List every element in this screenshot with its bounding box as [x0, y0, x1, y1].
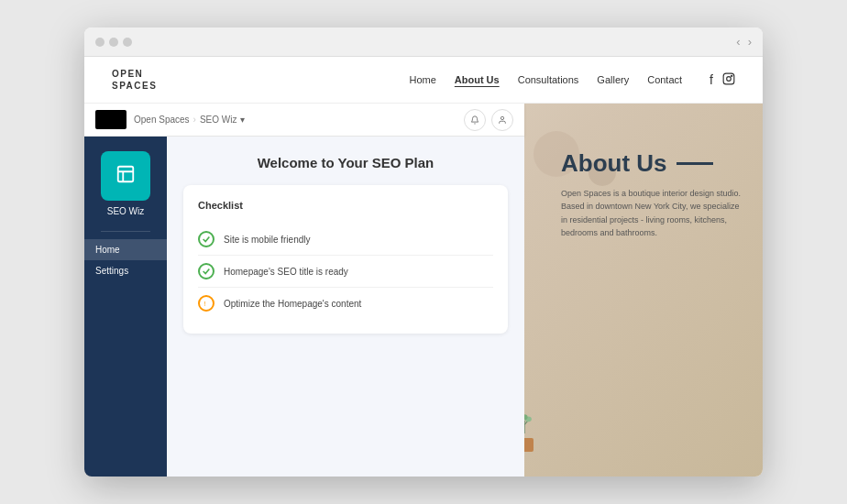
browser-back-arrow[interactable]: ‹ — [736, 35, 740, 49]
about-title: About Us — [561, 149, 744, 178]
nav-link-consultations[interactable]: Consultations — [518, 74, 579, 85]
site-body: About Us Open Spaces is a boutique inter… — [84, 104, 763, 477]
wix-content-panel: Welcome to Your SEO Plan Checklist — [167, 137, 524, 477]
nav-social-icons: f — [710, 72, 735, 88]
about-title-decoration — [676, 162, 713, 165]
sidebar-item-home[interactable]: Home — [84, 239, 167, 260]
browser-titlebar: ‹ › — [84, 27, 763, 57]
seo-wiz-icon — [116, 164, 136, 189]
browser-window: ‹ › OPEN SPACES Home About Us Consultati… — [84, 27, 763, 477]
notifications-button[interactable] — [464, 109, 486, 131]
check-success-icon-1 — [198, 263, 214, 279]
checklist-card: Checklist Site is mobile friendly — [183, 185, 508, 334]
check-warning-icon-2: ! — [198, 295, 214, 312]
checklist-item-text-0: Site is mobile friendly — [224, 235, 310, 245]
wix-overlay: WiX Open Spaces › SEO Wiz ▾ — [84, 104, 524, 477]
wix-breadcrumb-site: Open Spaces — [134, 115, 190, 125]
svg-rect-11 — [118, 166, 134, 181]
wix-main: SEO Wiz Home Settings Welcome to Your SE… — [84, 137, 524, 477]
svg-point-2 — [732, 75, 732, 76]
sidebar-item-settings[interactable]: Settings — [84, 260, 167, 281]
wix-topbar-icons — [464, 109, 513, 131]
checklist-item-0: Site is mobile friendly — [198, 224, 493, 256]
checklist-title: Checklist — [198, 200, 493, 211]
wix-breadcrumb-separator: › — [193, 115, 196, 125]
svg-rect-0 — [723, 73, 734, 84]
browser-traffic-lights — [95, 38, 132, 47]
browser-dot-maximize[interactable] — [123, 38, 132, 47]
wix-logo: WiX — [95, 110, 126, 129]
seo-wiz-sidebar-icon-box — [101, 151, 150, 201]
wix-breadcrumb: Open Spaces › SEO Wiz ▾ — [134, 115, 245, 125]
instagram-icon[interactable] — [722, 72, 735, 88]
site-nav: OPEN SPACES Home About Us Consultations … — [84, 57, 763, 104]
sidebar-divider — [101, 231, 150, 232]
browser-dot-minimize[interactable] — [109, 38, 118, 47]
svg-text:!: ! — [204, 300, 206, 308]
facebook-icon[interactable]: f — [710, 72, 713, 87]
wix-sidebar: SEO Wiz Home Settings — [84, 137, 167, 477]
nav-link-home[interactable]: Home — [409, 74, 435, 85]
site-logo: OPEN SPACES — [112, 68, 157, 92]
website-content: OPEN SPACES Home About Us Consultations … — [84, 57, 763, 477]
checklist-item-1: Homepage's SEO title is ready — [198, 256, 493, 288]
panel-title: Welcome to Your SEO Plan — [183, 155, 508, 170]
nav-link-gallery[interactable]: Gallery — [597, 74, 629, 85]
browser-forward-arrow[interactable]: › — [748, 35, 752, 49]
about-section: About Us Open Spaces is a boutique inter… — [561, 149, 744, 240]
wix-breadcrumb-app[interactable]: SEO Wiz ▾ — [200, 115, 245, 125]
checklist-item-text-2: Optimize the Homepage's content — [224, 299, 361, 309]
nav-link-about[interactable]: About Us — [455, 74, 500, 85]
browser-nav-arrows: ‹ › — [736, 35, 752, 49]
check-success-icon-0 — [198, 231, 214, 247]
wix-topbar: WiX Open Spaces › SEO Wiz ▾ — [84, 104, 524, 137]
nav-link-contact[interactable]: Contact — [647, 74, 682, 85]
nav-links: Home About Us Consultations Gallery Cont… — [409, 74, 682, 85]
seo-wiz-sidebar-label: SEO Wiz — [107, 206, 145, 216]
svg-point-1 — [727, 76, 732, 81]
browser-dot-close[interactable] — [95, 38, 104, 47]
user-profile-button[interactable] — [491, 109, 513, 131]
checklist-item-2: ! Optimize the Homepage's content — [198, 288, 493, 319]
svg-point-10 — [500, 116, 503, 119]
checklist-item-text-1: Homepage's SEO title is ready — [224, 267, 348, 277]
svg-text:WiX: WiX — [99, 112, 119, 125]
about-description: Open Spaces is a boutique interior desig… — [561, 187, 744, 240]
chevron-down-icon: ▾ — [240, 115, 245, 125]
